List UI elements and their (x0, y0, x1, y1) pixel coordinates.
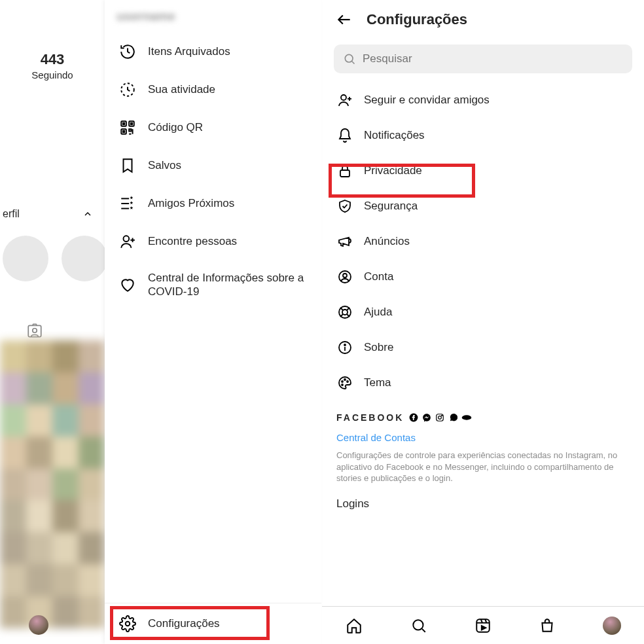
settings-item-privacy[interactable]: Privacidade (322, 153, 644, 188)
profile-menu-panel: username Itens Arquivados Sua atividade (105, 0, 321, 644)
search-icon[interactable] (410, 617, 428, 635)
chevron-up-icon (82, 209, 93, 219)
menu-item-archive[interactable]: Itens Arquivados (105, 33, 321, 71)
highlight-circle[interactable] (62, 236, 105, 281)
menu-item-covid[interactable]: Central de Informações sobre a COVID-19 (105, 260, 321, 310)
settings-item-label: Anúncios (364, 235, 410, 248)
highlight-circle[interactable] (3, 236, 48, 281)
svg-point-52 (413, 620, 423, 630)
svg-point-46 (342, 384, 343, 385)
settings-header: Configurações (322, 0, 644, 39)
svg-point-51 (462, 415, 472, 420)
settings-item-label: Conta (364, 270, 393, 283)
menu-item-label: Código QR (148, 120, 203, 134)
settings-title: Configurações (367, 11, 467, 28)
qr-icon (119, 119, 136, 136)
profile-row[interactable]: erfil (0, 208, 105, 220)
svg-point-26 (345, 54, 353, 62)
settings-item-notifications[interactable]: Notificações (322, 118, 644, 153)
palette-icon (336, 374, 353, 391)
svg-line-53 (421, 628, 425, 632)
reels-icon[interactable] (474, 617, 492, 635)
menu-item-label: Central de Informações sobre a COVID-19 (148, 271, 307, 299)
menu-item-saved[interactable]: Salvos (105, 147, 321, 185)
svg-point-35 (342, 310, 348, 315)
menu-username: username (116, 9, 175, 24)
following-count: 443 (0, 51, 105, 68)
accounts-center-description: Configurações de controle para experiênc… (322, 450, 644, 493)
settings-item-label: Ajuda (364, 306, 392, 319)
back-arrow-icon[interactable] (334, 9, 355, 30)
following-stat[interactable]: 443 Seguindo (0, 51, 105, 80)
settings-item-label: Tema (364, 376, 391, 389)
settings-item-help[interactable]: Ajuda (322, 295, 644, 330)
bookmark-icon (119, 157, 136, 174)
account-icon (336, 268, 353, 285)
menu-item-label: Itens Arquivados (148, 45, 230, 58)
settings-item-label: Notificações (364, 129, 425, 142)
heart-icon (119, 276, 136, 293)
profile-avatar-small[interactable] (29, 615, 48, 635)
svg-point-49 (438, 416, 442, 420)
settings-item-follow-invite[interactable]: Seguir e convidar amigos (322, 82, 644, 118)
settings-item-security[interactable]: Segurança (322, 188, 644, 224)
close-friends-icon (119, 195, 136, 212)
svg-point-45 (347, 381, 348, 382)
settings-item-theme[interactable]: Tema (322, 365, 644, 401)
settings-item-ads[interactable]: Anúncios (322, 224, 644, 259)
menu-item-label: Amigos Próximos (148, 196, 234, 210)
menu-item-settings[interactable]: Configurações (105, 603, 321, 644)
settings-item-label: Seguir e convidar amigos (364, 94, 490, 107)
profile-background: 443 Seguindo erfil (0, 33, 105, 644)
menu-item-label: Configurações (148, 617, 220, 630)
menu-item-close-friends[interactable]: Amigos Próximos (105, 185, 321, 223)
settings-item-account[interactable]: Conta (322, 259, 644, 295)
home-icon[interactable] (345, 617, 363, 635)
facebook-label: FACEBOOK (336, 412, 404, 423)
following-label: Seguindo (0, 69, 105, 80)
facebook-app-icons (409, 413, 472, 422)
svg-marker-19 (130, 201, 133, 204)
svg-marker-18 (130, 196, 133, 199)
info-icon (336, 339, 353, 356)
search-input[interactable] (363, 52, 623, 65)
settings-panel: Configurações Seguir e convidar amigos N… (322, 0, 644, 644)
svg-point-24 (126, 622, 130, 626)
svg-point-21 (124, 236, 130, 241)
svg-rect-13 (131, 123, 132, 124)
profile-nav-avatar[interactable] (603, 617, 621, 635)
accounts-center-link[interactable]: Central de Contas (322, 427, 644, 450)
bottom-nav (322, 606, 644, 644)
svg-marker-20 (130, 206, 133, 209)
menu-item-qr[interactable]: Código QR (105, 109, 321, 147)
shop-icon[interactable] (538, 617, 556, 635)
menu-item-discover-people[interactable]: Encontre pessoas (105, 223, 321, 260)
menu-item-label: Salvos (148, 158, 181, 172)
settings-search[interactable] (334, 45, 632, 73)
svg-point-44 (344, 379, 346, 380)
menu-items: Itens Arquivados Sua atividade Código QR (105, 33, 321, 603)
menu-item-label: Encontre pessoas (148, 234, 237, 248)
svg-rect-14 (123, 131, 124, 132)
settings-item-label: Sobre (364, 341, 393, 354)
lock-icon (336, 162, 353, 179)
settings-item-label: Privacidade (364, 164, 422, 177)
svg-rect-31 (340, 170, 349, 177)
menu-item-activity[interactable]: Sua atividade (105, 71, 321, 109)
clock-history-icon (119, 43, 136, 60)
svg-marker-58 (482, 626, 486, 630)
activity-clock-icon (119, 81, 136, 98)
svg-point-7 (33, 329, 37, 333)
svg-point-33 (343, 274, 347, 277)
add-person-icon (119, 233, 136, 250)
search-icon (343, 52, 356, 65)
svg-point-42 (344, 344, 346, 346)
megaphone-icon (336, 233, 353, 250)
svg-point-28 (341, 95, 346, 100)
lifebuoy-icon (336, 304, 353, 321)
settings-item-about[interactable]: Sobre (322, 330, 644, 365)
shield-check-icon (336, 198, 353, 215)
tagged-tab-icon[interactable] (26, 322, 43, 339)
svg-point-50 (442, 415, 442, 416)
post-grid-blurred (0, 340, 105, 628)
